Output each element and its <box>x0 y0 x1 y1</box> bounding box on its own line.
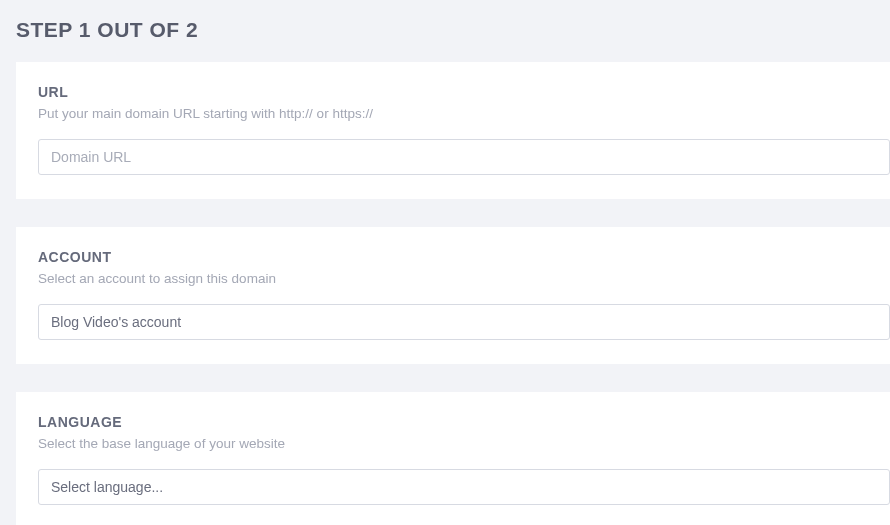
account-hint: Select an account to assign this domain <box>38 271 890 286</box>
account-label: ACCOUNT <box>38 249 890 265</box>
url-hint: Put your main domain URL starting with h… <box>38 106 890 121</box>
page-title: STEP 1 OUT OF 2 <box>0 0 890 62</box>
language-select[interactable]: Select language... <box>38 469 890 505</box>
language-label: LANGUAGE <box>38 414 890 430</box>
url-section: URL Put your main domain URL starting wi… <box>16 62 890 199</box>
account-select[interactable]: Blog Video's account <box>38 304 890 340</box>
url-label: URL <box>38 84 890 100</box>
url-input[interactable] <box>38 139 890 175</box>
account-section: ACCOUNT Select an account to assign this… <box>16 227 890 364</box>
language-hint: Select the base language of your website <box>38 436 890 451</box>
language-section: LANGUAGE Select the base language of you… <box>16 392 890 525</box>
